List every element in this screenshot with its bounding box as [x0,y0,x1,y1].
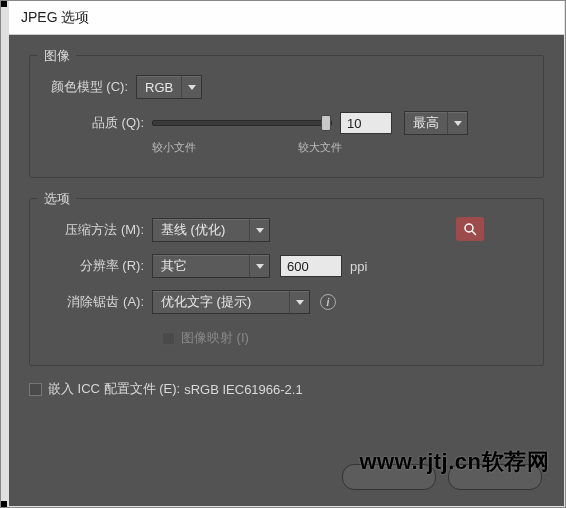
imagemap-label: 图像映射 (I) [181,329,249,347]
slider-thumb[interactable] [321,115,331,131]
chevron-down-icon [249,255,269,277]
svg-line-1 [472,231,476,235]
embed-icc-label: 嵌入 ICC 配置文件 (E): [48,380,180,398]
embed-icc-checkbox[interactable]: 嵌入 ICC 配置文件 (E): [29,380,180,398]
info-icon[interactable]: i [320,294,336,310]
chevron-down-icon [289,291,309,313]
quality-preset-value: 最高 [405,114,447,132]
imagemap-checkbox: 图像映射 (I) [162,329,249,347]
quality-input[interactable] [340,112,392,134]
compression-label: 压缩方法 (M): [44,221,152,239]
image-fieldset: 图像 颜色模型 (C): RGB 品质 (Q): 最高 [29,55,544,178]
search-icon[interactable] [456,217,484,241]
dialog-titlebar: JPEG 选项 [9,1,564,35]
compression-dropdown[interactable]: 基线 (优化) [152,218,270,242]
icc-profile-name: sRGB IEC61966-2.1 [184,382,303,397]
resolution-unit: ppi [350,259,367,274]
quality-slider[interactable] [152,120,332,126]
resolution-select-value: 其它 [153,257,249,275]
resolution-label: 分辨率 (R): [44,257,152,275]
watermark-text: www.rjtj.cn软荐网 [359,447,549,477]
dialog-title: JPEG 选项 [21,9,89,27]
compression-value: 基线 (优化) [153,221,249,239]
color-model-value: RGB [137,80,181,95]
antialias-dropdown[interactable]: 优化文字 (提示) [152,290,310,314]
chevron-down-icon [447,112,467,134]
quality-label: 品质 (Q): [44,114,152,132]
larger-file-label: 较大文件 [298,140,342,155]
resolution-input[interactable] [280,255,342,277]
smaller-file-label: 较小文件 [152,140,196,155]
quality-preset-dropdown[interactable]: 最高 [404,111,468,135]
options-legend: 选项 [38,190,76,208]
color-model-dropdown[interactable]: RGB [136,75,202,99]
dialog-body: 图像 颜色模型 (C): RGB 品质 (Q): 最高 [9,35,564,506]
image-legend: 图像 [38,47,76,65]
resolution-select-dropdown[interactable]: 其它 [152,254,270,278]
svg-point-0 [465,224,473,232]
color-model-label: 颜色模型 (C): [44,78,136,96]
chevron-down-icon [249,219,269,241]
antialias-label: 消除锯齿 (A): [44,293,152,311]
chevron-down-icon [181,76,201,98]
antialias-value: 优化文字 (提示) [153,293,289,311]
